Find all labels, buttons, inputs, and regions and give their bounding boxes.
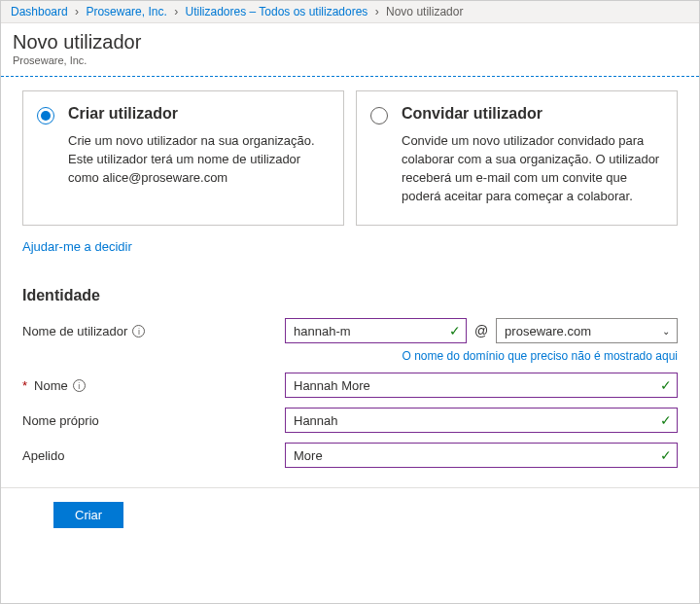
username-input[interactable] bbox=[285, 318, 467, 343]
create-button[interactable]: Criar bbox=[53, 502, 123, 528]
page-title: Novo utilizador bbox=[13, 31, 687, 53]
card-description: Crie um novo utilizador na sua organizaç… bbox=[68, 132, 328, 188]
footer: Criar bbox=[22, 488, 678, 542]
lastname-row: Apelido ✓ bbox=[22, 443, 678, 468]
breadcrumb-current: Novo utilizador bbox=[386, 5, 463, 18]
breadcrumb-link[interactable]: Utilizadores – Todos os utilizadores bbox=[185, 5, 368, 18]
lastname-label: Apelido bbox=[22, 443, 285, 463]
domain-select[interactable]: proseware.com bbox=[496, 318, 678, 343]
firstname-input[interactable] bbox=[285, 408, 678, 433]
at-symbol: @ bbox=[474, 323, 488, 338]
username-label: Nome de utilizador i bbox=[22, 318, 285, 338]
radio-icon[interactable] bbox=[370, 107, 388, 124]
card-description: Convide um novo utilizador convidado par… bbox=[402, 132, 661, 205]
identity-section-title: Identidade bbox=[22, 287, 678, 304]
radio-icon[interactable] bbox=[37, 107, 54, 124]
info-icon[interactable]: i bbox=[73, 379, 86, 392]
firstname-row: Nome próprio ✓ bbox=[22, 408, 678, 433]
invite-user-card[interactable]: Convidar utilizador Convide um novo util… bbox=[356, 90, 678, 226]
name-label: * Nome i bbox=[22, 373, 285, 393]
breadcrumb-link[interactable]: Proseware, Inc. bbox=[86, 5, 166, 18]
create-user-card[interactable]: Criar utilizador Crie um novo utilizador… bbox=[22, 90, 344, 226]
chevron-right-icon: › bbox=[375, 5, 379, 18]
firstname-label: Nome próprio bbox=[22, 408, 285, 428]
chevron-right-icon: › bbox=[174, 5, 178, 18]
domain-not-shown-link[interactable]: O nome do domínio que preciso não é most… bbox=[285, 349, 678, 363]
option-cards: Criar utilizador Crie um novo utilizador… bbox=[22, 90, 678, 226]
card-title: Convidar utilizador bbox=[402, 105, 661, 123]
username-row: Nome de utilizador i ✓ @ proseware.com ⌄… bbox=[22, 318, 678, 363]
required-indicator: * bbox=[22, 378, 27, 393]
name-input[interactable] bbox=[285, 373, 678, 398]
content-area: Criar utilizador Crie um novo utilizador… bbox=[1, 77, 699, 603]
lastname-input[interactable] bbox=[285, 443, 678, 468]
breadcrumb-link[interactable]: Dashboard bbox=[11, 5, 68, 18]
page-subtitle: Proseware, Inc. bbox=[13, 54, 687, 66]
card-title: Criar utilizador bbox=[68, 105, 328, 123]
name-row: * Nome i ✓ bbox=[22, 373, 678, 398]
help-me-decide-link[interactable]: Ajudar-me a decidir bbox=[22, 239, 132, 254]
page-header: Novo utilizador Proseware, Inc. bbox=[1, 23, 699, 70]
breadcrumb: Dashboard › Proseware, Inc. › Utilizador… bbox=[1, 1, 699, 23]
info-icon[interactable]: i bbox=[132, 325, 145, 338]
chevron-right-icon: › bbox=[75, 5, 79, 18]
